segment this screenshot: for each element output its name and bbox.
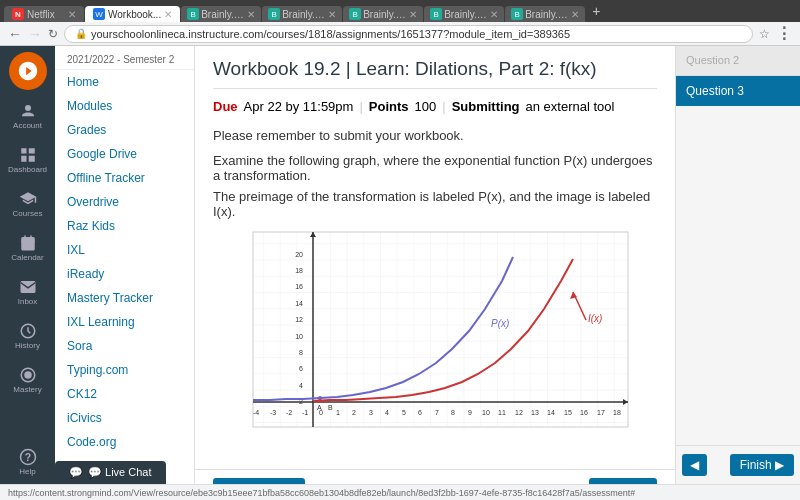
sidebar-item-help[interactable]: ? Help: [4, 440, 52, 484]
nav-item-ixl-learning[interactable]: IXL Learning: [55, 310, 194, 334]
canvas-logo[interactable]: [9, 52, 47, 90]
svg-rect-5: [21, 237, 35, 251]
left-nav: 2021/2022 - Semester 2 Home Modules Grad…: [55, 46, 195, 484]
nav-item-icivics[interactable]: iCivics: [55, 406, 194, 430]
tab-brainly-4[interactable]: B Brainly.co... ✕: [424, 6, 504, 22]
svg-text:6: 6: [299, 365, 303, 372]
nav-item-raz-kids[interactable]: Raz Kids: [55, 214, 194, 238]
svg-text:2: 2: [352, 409, 356, 416]
svg-text:?: ?: [24, 451, 30, 463]
nav-item-code[interactable]: Code.org: [55, 430, 194, 454]
tab-brainly-3[interactable]: B Brainly.co... ✕: [343, 6, 423, 22]
live-chat-button[interactable]: 💬 💬 Live Chat: [55, 461, 166, 484]
points-label: Points: [369, 99, 409, 114]
svg-text:5: 5: [402, 409, 406, 416]
nav-item-sora[interactable]: Sora: [55, 334, 194, 358]
svg-text:20: 20: [295, 251, 303, 258]
svg-text:11: 11: [498, 409, 506, 416]
svg-text:1: 1: [336, 409, 340, 416]
svg-rect-1: [21, 148, 26, 153]
forward-button[interactable]: →: [28, 26, 42, 42]
submitting-label: Submitting: [452, 99, 520, 114]
finish-button[interactable]: Finish ▶: [730, 454, 794, 476]
tab-brainly-2[interactable]: B Brainly.co... ✕: [262, 6, 342, 22]
menu-icon[interactable]: ⋮: [776, 24, 792, 43]
instruction-labels: The preimage of the transformation is la…: [213, 189, 657, 219]
refresh-button[interactable]: ↻: [48, 27, 58, 41]
svg-text:18: 18: [295, 267, 303, 274]
question-3-item[interactable]: Question 3: [676, 76, 800, 106]
svg-rect-4: [28, 156, 34, 162]
nav-item-grades[interactable]: Grades: [55, 118, 194, 142]
chat-icon: 💬: [69, 466, 83, 479]
svg-point-0: [25, 105, 31, 111]
svg-text:10: 10: [482, 409, 490, 416]
sidebar-item-mastery[interactable]: Mastery: [4, 358, 52, 402]
svg-text:B: B: [328, 404, 333, 411]
svg-text:8: 8: [451, 409, 455, 416]
svg-text:12: 12: [515, 409, 523, 416]
url-field[interactable]: 🔒 yourschoolonlineca.instructure.com/cou…: [64, 25, 753, 43]
sidebar-item-inbox[interactable]: Inbox: [4, 270, 52, 314]
sidebar-item-calendar[interactable]: Calendar: [4, 226, 52, 270]
instruction-submit: Please remember to submit your workbook.: [213, 128, 657, 143]
due-date: Apr 22 by 11:59pm: [244, 99, 354, 114]
graph-container: -4 -3 -2 -1 0 1 2 3 4 5 6 7 8 9 10 11 12: [213, 227, 657, 447]
svg-text:-2: -2: [286, 409, 292, 416]
svg-text:3: 3: [369, 409, 373, 416]
nav-item-ck12[interactable]: CK12: [55, 382, 194, 406]
bookmark-icon[interactable]: ☆: [759, 27, 770, 41]
nav-item-overdrive[interactable]: Overdrive: [55, 190, 194, 214]
svg-text:14: 14: [295, 300, 303, 307]
previous-button[interactable]: ◀ Previous: [213, 478, 305, 484]
sidebar-item-courses[interactable]: Courses: [4, 182, 52, 226]
browser-chrome: N Netflix ✕ W Workbook... ✕ B Brainly.co…: [0, 0, 800, 22]
sidebar-item-account[interactable]: Account: [4, 94, 52, 138]
nav-item-home[interactable]: Home: [55, 70, 194, 94]
svg-text:6: 6: [418, 409, 422, 416]
svg-text:-4: -4: [253, 409, 259, 416]
right-panel: Question 2 Question 3 ◀ Finish ▶: [675, 46, 800, 484]
tab-brainly-1[interactable]: B Brainly.co... ✕: [181, 6, 261, 22]
nav-item-offline-tracker[interactable]: Offline Tracker: [55, 166, 194, 190]
svg-text:17: 17: [597, 409, 605, 416]
sidebar-item-dashboard[interactable]: Dashboard: [4, 138, 52, 182]
nav-item-typing[interactable]: Typing.com: [55, 358, 194, 382]
panel-prev-button[interactable]: ◀: [682, 454, 707, 476]
nav-item-modules[interactable]: Modules: [55, 94, 194, 118]
nav-item-mastery-tracker[interactable]: Mastery Tracker: [55, 286, 194, 310]
submitting-value: an external tool: [526, 99, 615, 114]
tab-netflix[interactable]: N Netflix ✕: [4, 6, 84, 22]
add-tab-button[interactable]: +: [586, 3, 606, 19]
nav-item-iready[interactable]: iReady: [55, 262, 194, 286]
svg-point-59: [318, 399, 322, 403]
nav-item-google-drive[interactable]: Google Drive: [55, 142, 194, 166]
svg-text:4: 4: [385, 409, 389, 416]
page-title: Workbook 19.2 | Learn: Dilations, Part 2…: [213, 58, 657, 89]
svg-text:-3: -3: [270, 409, 276, 416]
svg-text:8: 8: [299, 349, 303, 356]
svg-text:P(x): P(x): [491, 318, 509, 329]
svg-text:7: 7: [435, 409, 439, 416]
back-button[interactable]: ←: [8, 26, 22, 42]
svg-text:-1: -1: [302, 409, 308, 416]
next-button[interactable]: Next ▶: [589, 478, 657, 484]
svg-rect-2: [28, 148, 34, 153]
instruction-graph: Examine the following graph, where the e…: [213, 153, 657, 183]
svg-point-11: [24, 371, 32, 379]
svg-text:18: 18: [613, 409, 621, 416]
canvas-sidebar: Account Dashboard Courses Calendar Inbox…: [0, 46, 55, 484]
svg-text:I(x): I(x): [588, 313, 602, 324]
tab-brainly-5[interactable]: B Brainly.co... ✕: [505, 6, 585, 22]
nav-item-ixl[interactable]: IXL: [55, 238, 194, 262]
svg-text:A: A: [317, 404, 322, 411]
svg-rect-3: [21, 156, 26, 162]
address-bar: ← → ↻ 🔒 yourschoolonlineca.instructure.c…: [0, 22, 800, 46]
svg-text:4: 4: [299, 382, 303, 389]
points-value: 100: [415, 99, 437, 114]
svg-text:15: 15: [564, 409, 572, 416]
svg-text:12: 12: [295, 316, 303, 323]
tab-workbook[interactable]: W Workbook... ✕: [85, 6, 180, 22]
sidebar-item-history[interactable]: History: [4, 314, 52, 358]
svg-text:13: 13: [531, 409, 539, 416]
